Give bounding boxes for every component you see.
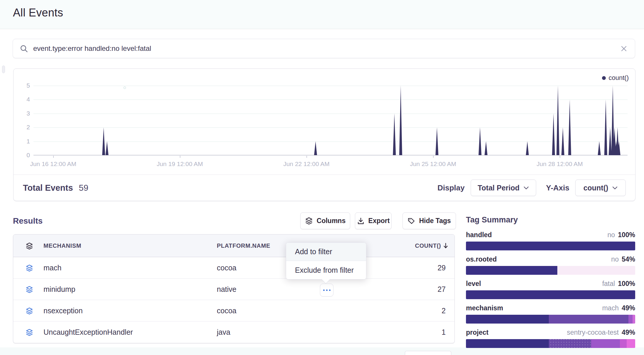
export-button-label: Export: [368, 217, 390, 225]
table-row[interactable]: nsexception cocoa 2: [13, 300, 455, 321]
tag-name: mechanism: [466, 304, 503, 312]
clear-search-icon[interactable]: [620, 45, 628, 53]
display-select[interactable]: Total Period: [471, 180, 536, 196]
tag-distribution-bar[interactable]: [466, 315, 635, 324]
x-tick-label: Jun 28 12:00 AM: [536, 160, 583, 168]
stack-icon[interactable]: [26, 242, 33, 250]
cell-count[interactable]: 1: [442, 321, 446, 343]
tag-top-value: fatal: [602, 280, 615, 287]
table-row[interactable]: minidump native 27: [13, 279, 455, 300]
tag-top-value: no: [611, 255, 619, 263]
table-row[interactable]: UncaughtExceptionHandler java 1: [13, 321, 455, 343]
cell-mechanism[interactable]: nsexception: [43, 300, 83, 321]
events-chart-panel: count() 012345 Jun 16 12:00 AMJun 19 12:…: [13, 68, 635, 201]
search-input[interactable]: event.type:error handled:no level:fatal: [33, 44, 620, 53]
column-header-count[interactable]: COUNT(): [415, 242, 449, 249]
cell-mechanism[interactable]: mach: [43, 257, 61, 279]
tag-distribution-bar[interactable]: [466, 290, 635, 299]
tag-bar-segment[interactable]: [557, 266, 635, 275]
ellipsis-dot: [326, 289, 328, 291]
sort-desc-icon: [443, 242, 449, 249]
y-axis-label: Y-Axis: [546, 183, 570, 192]
tag-name: os.rooted: [466, 255, 497, 263]
cell-actions-button[interactable]: [320, 284, 333, 297]
tag-bar-segment[interactable]: [466, 290, 635, 299]
cell-platform[interactable]: native: [217, 279, 237, 300]
y-axis-select-value: count(): [583, 184, 608, 192]
stack-icon: [26, 329, 33, 336]
cell-mechanism[interactable]: UncaughtExceptionHandler: [43, 321, 133, 343]
hide-tags-button[interactable]: Hide Tags: [402, 212, 456, 229]
tag-bar-segment[interactable]: [466, 339, 549, 348]
x-tick-label: Jun 22 12:00 AM: [283, 160, 330, 168]
cell-count[interactable]: 2: [442, 300, 446, 321]
columns-button-label: Columns: [317, 217, 346, 225]
tag-bar-segment[interactable]: [620, 339, 627, 348]
results-table: MECHANISM PLATFORM.NAME COUNT() mach coc…: [13, 234, 455, 343]
display-label: Display: [437, 183, 465, 192]
tag-name: handled: [466, 231, 492, 239]
cell-count[interactable]: 29: [437, 257, 446, 279]
export-button[interactable]: Export: [355, 212, 392, 229]
x-tick-label: Jun 16 12:00 AM: [30, 160, 76, 168]
menu-item-add-to-filter[interactable]: Add to filter: [286, 243, 366, 261]
tag-bar-segment[interactable]: [627, 339, 635, 348]
download-icon: [357, 217, 365, 225]
stack-icon: [26, 307, 33, 315]
tag-top-percent: 100%: [618, 231, 635, 239]
y-axis-select[interactable]: count(): [575, 180, 626, 196]
tag-distribution-bar[interactable]: [466, 339, 635, 348]
page-bottom-strip: [0, 347, 644, 355]
tag-summary-item-handled[interactable]: handled no100%: [466, 231, 635, 250]
ellipsis-dot: [323, 289, 325, 291]
stack-icon: [26, 264, 33, 272]
ellipsis-dot: [329, 289, 331, 291]
tag-summary-item-mechanism[interactable]: mechanism mach49%: [466, 304, 635, 324]
y-tick-label: 0: [14, 152, 30, 159]
tag-top-percent: 49%: [622, 304, 635, 312]
cell-count[interactable]: 27: [437, 279, 446, 300]
events-spike-chart[interactable]: [33, 74, 628, 155]
stack-icon: [26, 286, 33, 293]
tag-top-value: no: [608, 231, 615, 239]
tag-top-value: sentry-cocoa-test: [567, 329, 619, 336]
pagination-button-partial[interactable]: [405, 351, 451, 355]
x-tick-label: Jun 25 12:00 AM: [410, 160, 456, 168]
table-row[interactable]: mach cocoa 29: [13, 257, 455, 279]
y-tick-label: 3: [14, 110, 30, 117]
chevron-down-icon: [524, 186, 529, 190]
cell-platform[interactable]: cocoa: [217, 257, 237, 279]
tag-distribution-bar[interactable]: [466, 266, 635, 275]
tag-bar-segment[interactable]: [628, 315, 633, 324]
tag-top-percent: 100%: [618, 280, 635, 287]
search-bar[interactable]: event.type:error handled:no level:fatal: [13, 39, 635, 58]
cell-platform[interactable]: cocoa: [217, 300, 237, 321]
tag-bar-segment[interactable]: [466, 242, 635, 250]
tag-bar-segment[interactable]: [466, 315, 549, 324]
tag-summary-item-level[interactable]: level fatal100%: [466, 280, 635, 299]
tag-bar-segment[interactable]: [549, 315, 628, 324]
tag-top-percent: 54%: [622, 255, 635, 263]
columns-button[interactable]: Columns: [300, 212, 350, 229]
tag-icon: [407, 217, 415, 225]
stack-icon: [305, 217, 313, 225]
page-header: All Events: [0, 0, 644, 29]
chart-point-marker: [123, 86, 126, 89]
column-header-platform[interactable]: PLATFORM.NAME: [217, 242, 270, 249]
tag-bar-segment[interactable]: [466, 266, 557, 275]
total-events-value: 59: [79, 183, 88, 193]
cell-platform[interactable]: java: [217, 321, 230, 343]
table-header-row: MECHANISM PLATFORM.NAME COUNT(): [13, 235, 455, 257]
column-header-mechanism[interactable]: MECHANISM: [43, 242, 81, 249]
panel-drag-handle[interactable]: [2, 66, 5, 73]
tag-distribution-bar[interactable]: [466, 242, 635, 250]
tag-bar-segment[interactable]: [549, 339, 591, 348]
tag-bar-segment[interactable]: [591, 339, 620, 348]
tag-summary-item-os.rooted[interactable]: os.rooted no54%: [466, 255, 635, 275]
chart-footer: Total Events 59 Display Total Period Y-A…: [14, 175, 635, 201]
y-tick-label: 1: [14, 138, 30, 145]
chevron-down-icon: [612, 186, 618, 190]
tag-bar-segment[interactable]: [633, 315, 635, 324]
cell-mechanism[interactable]: minidump: [43, 279, 75, 300]
tag-summary-item-project[interactable]: project sentry-cocoa-test49%: [466, 329, 635, 348]
